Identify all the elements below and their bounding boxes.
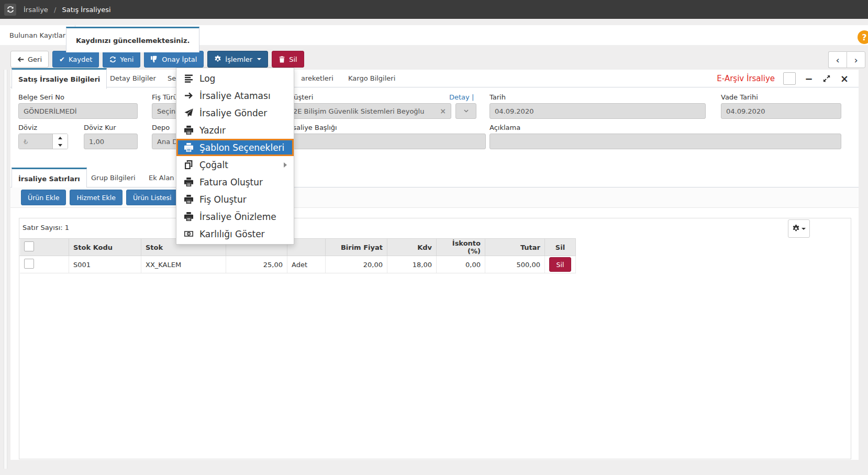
stepper-down-icon[interactable] (53, 141, 68, 149)
prev-record-button[interactable]: ‹ (828, 51, 847, 68)
vade-tarihi-value: 04.09.2020 (726, 107, 765, 115)
doviz-stepper[interactable]: ₺ (18, 134, 68, 149)
header-stok-kodu[interactable]: Stok Kodu (69, 239, 141, 256)
tab-group-info-label: Grup Bilgileri (91, 174, 136, 182)
stepper-up-icon[interactable] (53, 134, 68, 141)
aciklama-input[interactable] (489, 134, 841, 149)
breadcrumb-page: Satış İrsaliyesi (62, 6, 111, 14)
delete-button-label: Sil (289, 56, 297, 63)
refresh-icon[interactable] (4, 4, 16, 16)
operations-button[interactable]: İşlemler (207, 51, 268, 68)
save-button[interactable]: ✔ Kaydet (52, 51, 99, 68)
doviz-label: Döviz (18, 124, 37, 131)
tab-dispatch-lines[interactable]: İrsaliye Satırları (12, 168, 87, 189)
menu-item-yazdir-label: Yazdır (199, 125, 226, 136)
help-icon[interactable]: ? (858, 30, 868, 44)
belge-seri-no-input[interactable]: GÖNDERİLMEDİ (18, 103, 138, 119)
header-kdv[interactable]: Kdv (387, 239, 437, 256)
row-count-label: Satır Sayısı: 1 (23, 224, 69, 231)
musteri-dropdown-toggle[interactable] (455, 103, 476, 119)
menu-item-irsaliye-gonder[interactable]: İrsaliye Gönder (176, 104, 294, 121)
clear-icon[interactable]: × (436, 107, 446, 115)
table-row: S001 XX_KALEM 25,00 Adet 20,00 18,00 0,0… (20, 256, 576, 273)
header-tutar[interactable]: Tutar (485, 239, 545, 256)
back-button[interactable]: Geri (10, 51, 49, 68)
form-tabs: Satış İrsaliye Bilgileri Detay Bilgiler … (10, 70, 859, 87)
chevron-down-icon (463, 108, 469, 114)
menu-item-log[interactable]: Log (176, 70, 294, 87)
delete-button[interactable]: Sil (272, 51, 304, 68)
row-kdv: 18,00 (387, 256, 437, 273)
tab-updating-record[interactable]: Kaydınızı güncellemektesiniz. (66, 27, 199, 52)
belge-seri-no-value: GÖNDERİLMEDİ (24, 107, 77, 115)
select-all-checkbox[interactable] (24, 241, 34, 251)
minimize-icon[interactable]: − (804, 73, 814, 84)
header-iskonto[interactable]: İskonto (%) (437, 239, 485, 256)
row-stok-kodu: S001 (69, 256, 141, 273)
menu-item-karliligi-goster-label: Karlılığı Göster (199, 229, 265, 239)
new-button[interactable]: Yeni (103, 51, 140, 68)
tab-found-records[interactable]: Bulunan Kayıtlar (0, 25, 75, 45)
back-button-label: Geri (28, 56, 42, 63)
musteri-select[interactable]: 2E Bilişim Güvenlik Sistemleri Beyoğlu × (288, 103, 451, 119)
expand-icon[interactable] (822, 73, 831, 84)
menu-item-irsaliye-atamasi[interactable]: İrsaliye Ataması (176, 87, 294, 104)
breadcrumb-section[interactable]: İrsaliye (24, 6, 48, 14)
lines-table: Stok Kodu Stok Birim Fiyat Kdv İskonto (… (19, 238, 576, 273)
tab-movements[interactable]: areketleri (295, 70, 340, 87)
row-delete-button[interactable]: Sil (549, 257, 571, 272)
header-birim-fiyat[interactable]: Birim Fiyat (326, 239, 387, 256)
product-list-button[interactable]: Ürün Listesi (126, 190, 179, 205)
doviz-kur-label: Döviz Kur (84, 124, 116, 131)
menu-item-karliligi-goster[interactable]: Karlılığı Göster (176, 225, 294, 242)
tab-detail-info-label: Detay Bilgiler (110, 74, 156, 82)
doviz-kur-input[interactable]: 1,00 (84, 134, 138, 149)
musteri-value: 2E Bilişim Güvenlik Sistemleri Beyoğlu (293, 107, 424, 115)
menu-item-fatura-olustur[interactable]: Fatura Oluştur (176, 173, 294, 191)
tab-group-info[interactable]: Grup Bilgileri (85, 169, 142, 186)
next-record-button[interactable]: › (847, 51, 865, 68)
row-sil-cell: Sil (545, 256, 576, 273)
menu-item-irsaliye-onizleme[interactable]: İrsaliye Önizleme (176, 208, 294, 225)
add-service-button[interactable]: Hizmet Ekle (70, 190, 122, 205)
row-iskonto: 0,00 (437, 256, 485, 273)
e-arsiv-checkbox[interactable] (783, 72, 796, 85)
log-list-icon (183, 74, 194, 83)
printer-icon (183, 212, 194, 221)
tarih-input[interactable]: 04.09.2020 (489, 103, 706, 119)
irsaliye-basligi-input[interactable] (288, 134, 486, 149)
tab-detail-info[interactable]: Detay Bilgiler (104, 70, 162, 87)
row-checkbox[interactable] (24, 259, 34, 269)
tab-cargo-info[interactable]: Kargo Bilgileri (342, 70, 402, 87)
doviz-kur-value: 1,00 (89, 138, 104, 146)
row-miktar: 25,00 (226, 256, 287, 273)
tab-updating-record-label: Kaydınızı güncellemektesiniz. (76, 37, 190, 45)
row-birim: Adet (287, 256, 326, 273)
menu-item-sablon-secenekleri[interactable]: Şablon Seçenekleri (176, 139, 294, 156)
check-icon: ✔ (59, 56, 65, 63)
grid-settings-button[interactable] (788, 219, 810, 238)
main-toolbar: Geri ✔ Kaydet Yeni Onay İptal İşlemler S… (10, 51, 304, 67)
operations-dropdown-menu: Log İrsaliye Ataması İrsaliye Gönder Yaz… (176, 68, 294, 245)
save-button-label: Kaydet (69, 56, 92, 63)
approval-cancel-button[interactable]: Onay İptal (144, 51, 204, 68)
row-stok: XX_KALEM (141, 256, 226, 273)
vade-tarihi-input[interactable]: 04.09.2020 (721, 103, 841, 119)
tab-found-records-label: Bulunan Kayıtlar (9, 31, 65, 39)
menu-item-fis-olustur[interactable]: Fiş Oluştur (176, 191, 294, 208)
fis-turu-label: Fiş Türü (152, 93, 177, 101)
menu-item-yazdir[interactable]: Yazdır (176, 121, 294, 139)
depo-value: Ana D (157, 138, 177, 146)
row-tutar: 500,00 (485, 256, 545, 273)
close-icon[interactable]: × (840, 73, 849, 84)
menu-item-cogalt[interactable]: Çoğalt (176, 156, 294, 173)
row-select-cell (20, 256, 69, 273)
refresh-icon (109, 56, 116, 63)
add-service-label: Hizmet Ekle (76, 194, 115, 202)
musteri-detay-link[interactable]: Detay | (449, 93, 474, 101)
tab-sales-dispatch-info[interactable]: Satış İrsaliye Bilgileri (12, 68, 107, 89)
copy-icon (183, 160, 194, 169)
add-product-button[interactable]: Ürün Ekle (21, 190, 66, 205)
e-arsiv-label: E-Arşiv İrsaliye (717, 74, 775, 83)
printer-icon (183, 126, 194, 135)
